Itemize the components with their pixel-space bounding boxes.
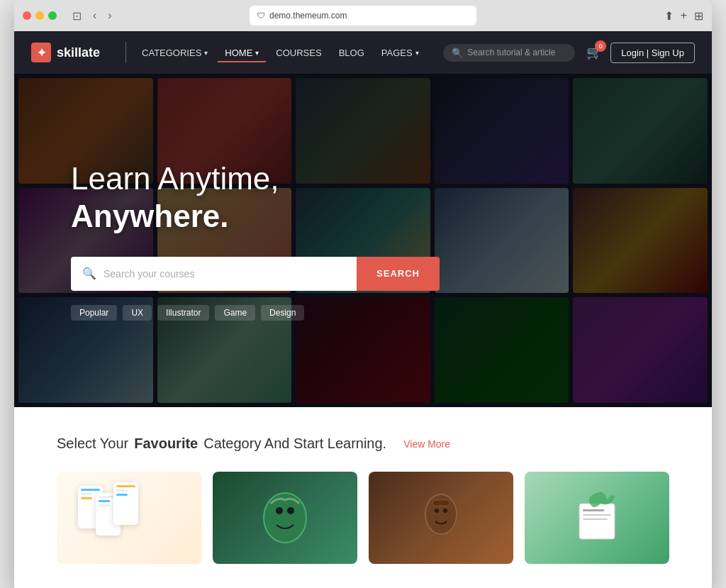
svg-point-1 — [276, 507, 283, 514]
logo-icon: ✦ — [31, 43, 51, 62]
hero-search-button-label: SEARCH — [376, 268, 420, 279]
category-card-1[interactable] — [57, 472, 201, 564]
section-title-suffix: Category And Start Learning. — [203, 436, 386, 452]
tag-ux[interactable]: UX — [123, 305, 152, 321]
hero-search-bar: 🔍 SEARCH — [71, 257, 440, 291]
category-nature-icon — [572, 489, 622, 546]
courses-label: COURSES — [276, 48, 321, 58]
nav-courses[interactable]: COURSES — [269, 43, 328, 62]
tag-design[interactable]: Design — [261, 305, 304, 321]
logo[interactable]: ✦ skillate — [31, 43, 100, 62]
cart-badge: 0 — [595, 40, 606, 52]
maximize-button[interactable] — [48, 11, 57, 20]
view-more-label: View More — [403, 438, 450, 450]
hero-search-icon: 🔍 — [82, 267, 96, 280]
tag-game-label: Game — [223, 308, 247, 318]
svg-rect-10 — [583, 518, 608, 520]
category-art-icon — [257, 489, 313, 546]
traffic-lights — [23, 11, 57, 20]
hero-title-line1: Learn Anytime, — [71, 161, 279, 196]
url-text: demo.themeum.com — [269, 11, 347, 21]
share-button[interactable]: ⬆ — [664, 9, 674, 23]
browser-window: ⊡ ‹ › 🛡 demo.themeum.com ⬆ + ⊞ ✦ skillat… — [14, 0, 712, 588]
svg-rect-4 — [432, 500, 449, 506]
category-inner-2 — [213, 472, 357, 564]
nav-blog[interactable]: BLOG — [332, 43, 372, 62]
browser-actions: ⬆ + ⊞ — [664, 9, 703, 23]
nav-links: CATEGORIES ▾ HOME ▾ COURSES BLOG PAGES ▾ — [135, 43, 443, 62]
hero-search-wrap: 🔍 — [71, 257, 357, 291]
section-header: Select Your Favourite Category And Start… — [57, 436, 669, 452]
category-inner-4 — [525, 472, 669, 564]
hero-tags: Popular UX Illustrator Game Design — [71, 305, 655, 321]
browser-controls: ⊡ ‹ › — [69, 8, 115, 24]
nav-search-icon: 🔍 — [452, 48, 463, 58]
view-more-link[interactable]: View More — [403, 438, 450, 450]
hero-title: Learn Anytime, Anywhere. — [71, 160, 655, 235]
blog-label: BLOG — [339, 48, 364, 58]
pages-label: PAGES — [381, 48, 413, 58]
categories-section: Select Your Favourite Category And Start… — [14, 407, 712, 588]
category-inner-1 — [57, 472, 201, 564]
nav-divider — [125, 42, 126, 63]
tag-design-label: Design — [269, 308, 296, 318]
nav-pages[interactable]: PAGES ▾ — [374, 43, 426, 62]
nav-home[interactable]: HOME ▾ — [218, 43, 266, 62]
hero-title-line2: Anywhere. — [71, 199, 229, 233]
login-button[interactable]: Login | Sign Up — [610, 43, 695, 63]
svg-rect-8 — [583, 509, 604, 511]
home-label: HOME — [225, 48, 252, 58]
login-label: Login | Sign Up — [621, 48, 684, 58]
hero-section: Learn Anytime, Anywhere. 🔍 SEARCH Popula… — [14, 74, 712, 407]
page-content: ✦ skillate CATEGORIES ▾ HOME ▾ COURSES B… — [14, 31, 712, 588]
nav-search-input[interactable] — [467, 48, 566, 57]
tag-game[interactable]: Game — [215, 305, 255, 321]
pages-chevron-icon: ▾ — [415, 49, 419, 57]
section-title-prefix: Select Your — [57, 436, 128, 452]
svg-point-2 — [287, 507, 294, 514]
hero-search-input[interactable] — [104, 257, 345, 291]
cart-button[interactable]: 🛒 0 — [586, 45, 602, 60]
browser-titlebar: ⊡ ‹ › 🛡 demo.themeum.com ⬆ + ⊞ — [14, 0, 712, 31]
grid-button[interactable]: ⊞ — [694, 9, 703, 23]
tag-ux-label: UX — [131, 308, 143, 318]
category-warrior-icon — [413, 489, 469, 546]
category-inner-3 — [369, 472, 513, 564]
tag-popular[interactable]: Popular — [71, 305, 117, 321]
mock-phone-3 — [113, 482, 138, 525]
nav-search: 🔍 — [443, 44, 575, 62]
window-toggle-button[interactable]: ⊡ — [69, 8, 84, 24]
category-card-3[interactable] — [369, 472, 513, 564]
logo-text: skillate — [57, 45, 100, 60]
svg-rect-9 — [583, 514, 611, 516]
categories-grid — [57, 472, 669, 564]
tag-popular-label: Popular — [79, 308, 108, 318]
navbar: ✦ skillate CATEGORIES ▾ HOME ▾ COURSES B… — [14, 31, 712, 74]
categories-label: CATEGORIES — [142, 48, 201, 58]
svg-point-5 — [435, 509, 439, 513]
back-button[interactable]: ‹ — [90, 8, 99, 23]
svg-point-6 — [443, 509, 447, 513]
tag-illustrator-label: Illustrator — [166, 308, 201, 318]
hero-search-button[interactable]: SEARCH — [357, 257, 440, 291]
forward-button[interactable]: › — [105, 8, 114, 23]
hero-content: Learn Anytime, Anywhere. 🔍 SEARCH Popula… — [71, 160, 655, 321]
category-card-4[interactable] — [525, 472, 669, 564]
categories-chevron-icon: ▾ — [204, 49, 208, 57]
section-title-bold: Favourite — [134, 436, 198, 452]
svg-rect-7 — [579, 504, 615, 539]
close-button[interactable] — [23, 11, 31, 20]
tag-illustrator[interactable]: Illustrator — [157, 305, 209, 321]
minimize-button[interactable] — [35, 11, 44, 20]
shield-icon: 🛡 — [257, 11, 265, 21]
address-bar[interactable]: 🛡 demo.themeum.com — [250, 6, 476, 26]
category-card-2[interactable] — [213, 472, 357, 564]
add-tab-button[interactable]: + — [681, 9, 687, 22]
nav-categories[interactable]: CATEGORIES ▾ — [135, 43, 215, 62]
home-chevron-icon: ▾ — [255, 49, 259, 57]
